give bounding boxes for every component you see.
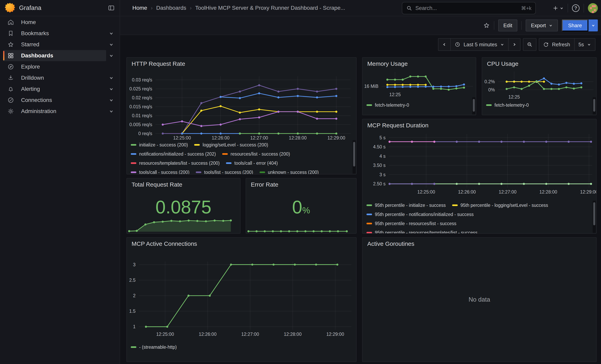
- divider: [568, 4, 568, 12]
- share-button[interactable]: Share: [562, 20, 588, 31]
- dock-menu-icon[interactable]: [108, 4, 115, 11]
- search-input[interactable]: Search... ⌘+k: [402, 2, 536, 14]
- stat-value: 0%: [246, 197, 356, 217]
- share-dropdown-button[interactable]: [588, 20, 598, 31]
- svg-text:16 MiB: 16 MiB: [364, 84, 378, 89]
- sidebar-item-administration[interactable]: Administration: [3, 106, 116, 117]
- panel-title[interactable]: MCP Active Connections: [131, 240, 197, 247]
- svg-text:12:25:00: 12:25:00: [417, 189, 435, 195]
- scrollbar-thumb[interactable]: [473, 99, 475, 112]
- panel-title[interactable]: Active Goroutines: [367, 240, 414, 247]
- svg-text:2.5: 2.5: [129, 277, 136, 283]
- legend-item[interactable]: 95th percentile - logging/setLevel - suc…: [452, 203, 548, 208]
- panel-memory-usage: Memory Usage 16 MiB12:25 fetch-telemetry…: [362, 57, 476, 115]
- chevron-down-icon[interactable]: [106, 73, 116, 83]
- divider: [521, 21, 522, 30]
- sidebar-nav: Home Bookmarks Starred Dashboards Explor…: [0, 16, 120, 117]
- brand-label: Grafana: [19, 4, 108, 11]
- help-button[interactable]: ?: [572, 4, 580, 12]
- scrollbar-thumb[interactable]: [593, 99, 595, 112]
- svg-text:12:29:00: 12:29:00: [580, 189, 596, 195]
- sidebar-item-starred[interactable]: Starred: [3, 39, 116, 50]
- svg-text:2: 2: [133, 293, 136, 298]
- breadcrumb: Home › Dashboards › ToolHive MCP Server …: [132, 5, 345, 11]
- grafana-logo[interactable]: [5, 3, 15, 13]
- breadcrumb-separator: ›: [190, 5, 191, 11]
- no-data-message: No data: [362, 238, 596, 362]
- home-icon: [7, 19, 14, 26]
- sidebar-item-bookmarks[interactable]: Bookmarks: [3, 28, 116, 39]
- sidebar-item-connections[interactable]: Connections: [3, 95, 116, 106]
- scrollbar-thumb[interactable]: [353, 142, 355, 167]
- breadcrumb-dashboards[interactable]: Dashboards: [156, 5, 186, 11]
- svg-text:3 s: 3 s: [379, 172, 386, 177]
- legend-item[interactable]: initialize - success (200): [131, 142, 188, 148]
- legend-item[interactable]: notifications/initialized - success (202…: [131, 151, 216, 157]
- svg-text:4.50 s: 4.50 s: [373, 144, 386, 149]
- sidebar-item-explore[interactable]: Explore: [3, 61, 116, 72]
- legend-item[interactable]: 95th percentile - resources/templates/li…: [367, 230, 477, 234]
- legend-item[interactable]: resources/templates/list - success (200): [131, 160, 220, 166]
- compass-icon: [7, 63, 14, 70]
- dashboard-toolbar: Edit Export Share: [120, 16, 601, 35]
- star-icon: [7, 41, 14, 48]
- sidebar-item-drilldown[interactable]: Drilldown: [3, 72, 116, 83]
- legend-item[interactable]: fetch-telemetry-0: [486, 103, 529, 108]
- panel-title[interactable]: CPU Usage: [487, 60, 518, 67]
- sidebar-item-home[interactable]: Home: [3, 17, 116, 28]
- legend-item[interactable]: tools/list - success (200): [196, 170, 253, 175]
- panel-title[interactable]: Memory Usage: [367, 60, 408, 67]
- time-range-picker[interactable]: Last 5 minutes: [450, 39, 508, 50]
- sidebar-item-alerting[interactable]: Alerting: [3, 83, 116, 95]
- sidebar-header: Grafana: [0, 0, 120, 16]
- add-button[interactable]: [552, 5, 564, 11]
- legend-item[interactable]: unknown - success (200): [260, 170, 319, 175]
- chevron-down-icon[interactable]: [106, 84, 116, 94]
- scrollbar-thumb[interactable]: [593, 202, 595, 225]
- panel-title[interactable]: Total Request Rate: [131, 181, 182, 188]
- svg-text:12:29:00: 12:29:00: [326, 332, 344, 337]
- svg-text:0.015 req/s: 0.015 req/s: [129, 104, 152, 109]
- panel-total-request-rate: Total Request Rate 0.0875: [126, 178, 240, 234]
- panel-title[interactable]: HTTP Request Rate: [131, 60, 185, 67]
- legend-item[interactable]: logging/setLevel - success (200): [194, 142, 268, 148]
- chevron-down-icon[interactable]: [106, 50, 116, 61]
- zoom-out-button[interactable]: [523, 38, 536, 51]
- panel-title[interactable]: Error Rate: [251, 181, 278, 188]
- legend-item[interactable]: tools/call - error (404): [226, 160, 278, 166]
- legend-item[interactable]: 95th percentile - notifications/initiali…: [367, 212, 474, 217]
- legend-item[interactable]: 95th percentile - initialize - success: [367, 203, 446, 208]
- legend-item[interactable]: - (streamable-http): [131, 344, 177, 350]
- topbar-actions: ?: [552, 0, 598, 16]
- export-button[interactable]: Export: [526, 20, 558, 31]
- share-button-group: Share: [562, 20, 598, 31]
- panel-title[interactable]: MCP Request Duration: [367, 122, 429, 129]
- time-forward-button[interactable]: [508, 39, 520, 50]
- chevron-down-icon[interactable]: [106, 28, 116, 39]
- svg-text:12:27:00: 12:27:00: [250, 135, 268, 140]
- sidebar-item-dashboards[interactable]: Dashboards: [3, 50, 116, 61]
- time-back-button[interactable]: [438, 39, 450, 50]
- bookmark-icon: [7, 30, 14, 37]
- chevron-down-icon[interactable]: [106, 95, 116, 105]
- avatar[interactable]: [588, 3, 598, 13]
- active-indicator: [3, 51, 4, 60]
- legend-item[interactable]: fetch-telemetry-0: [367, 103, 409, 108]
- panel-active-goroutines: Active Goroutines No data: [362, 237, 597, 362]
- breadcrumb-home[interactable]: Home: [132, 5, 147, 11]
- svg-text:1.5: 1.5: [129, 309, 136, 314]
- legend-item[interactable]: resources/list - success (200): [222, 151, 290, 157]
- chevron-down-icon[interactable]: [106, 39, 116, 50]
- chevron-down-icon[interactable]: [106, 106, 116, 117]
- svg-text:12:26:00: 12:26:00: [212, 135, 230, 140]
- breadcrumb-separator: ›: [151, 5, 153, 11]
- svg-text:0%: 0%: [488, 87, 495, 92]
- legend-item[interactable]: 95th percentile - resources/list - succe…: [367, 221, 456, 226]
- svg-text:4 s: 4 s: [379, 154, 386, 159]
- refresh-interval-picker[interactable]: 5s: [574, 39, 595, 50]
- svg-text:0.025 req/s: 0.025 req/s: [129, 86, 152, 91]
- star-button[interactable]: [483, 22, 490, 29]
- legend-item[interactable]: tools/call - success (200): [131, 170, 190, 175]
- refresh-button[interactable]: Refresh: [539, 39, 574, 50]
- edit-button[interactable]: Edit: [498, 20, 518, 31]
